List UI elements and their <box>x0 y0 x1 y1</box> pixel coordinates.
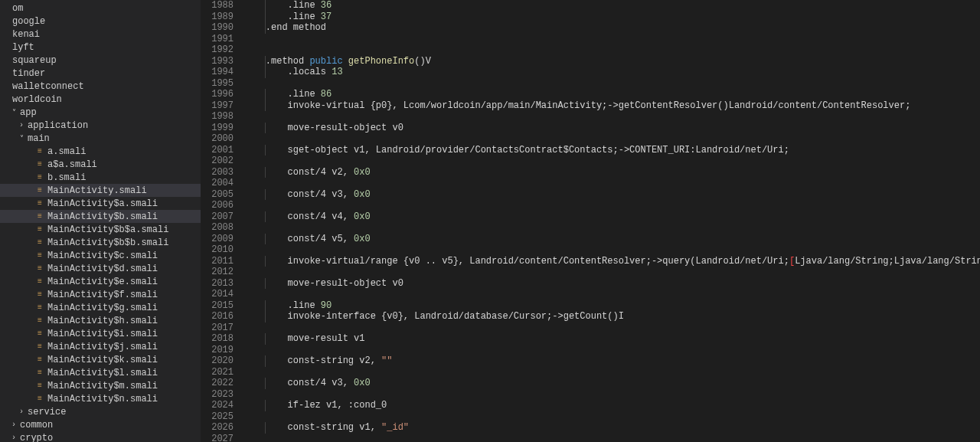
code-content[interactable]: .line 36 .line 37 .end method .method pu… <box>243 0 980 442</box>
file-tree-item[interactable]: ≡MainActivity$j.smali <box>0 340 201 353</box>
line-number: 1989 <box>201 11 234 23</box>
code-line[interactable] <box>243 367 980 378</box>
folder-tree-item[interactable]: ›crypto <box>0 431 201 442</box>
code-line[interactable]: invoke-virtual/range {v0 .. v5}, Landroi… <box>243 256 980 267</box>
code-line[interactable]: move-result-object v0 <box>243 278 980 290</box>
file-tree-item[interactable]: ≡MainActivity$f.smali <box>0 288 201 301</box>
code-line[interactable] <box>243 244 980 256</box>
line-number: 1988 <box>201 0 234 11</box>
file-icon: ≡ <box>35 173 44 182</box>
folder-tree-item[interactable]: ›common <box>0 418 201 431</box>
folder-tree-item[interactable]: walletconnect <box>0 80 201 93</box>
line-number: 2000 <box>201 133 234 145</box>
code-line[interactable]: move-result v1 <box>243 333 980 345</box>
folder-tree-item[interactable]: ›service <box>0 405 201 418</box>
code-line[interactable]: const-string v2, "" <box>243 355 980 367</box>
code-line[interactable] <box>243 200 980 211</box>
file-tree-item[interactable]: ≡MainActivity$n.smali <box>0 392 201 405</box>
line-number: 1995 <box>201 78 234 90</box>
file-tree-item[interactable]: ≡MainActivity$b$b.smali <box>0 236 201 249</box>
code-line[interactable] <box>243 156 980 167</box>
code-line[interactable]: .method public getPhoneInfo()V <box>243 56 980 67</box>
code-line[interactable]: const-string v1, "_id" <box>243 422 980 434</box>
code-line[interactable] <box>243 178 980 189</box>
file-tree-item[interactable]: ≡MainActivity$h.smali <box>0 314 201 327</box>
folder-tree-item[interactable]: ˅main <box>0 132 201 145</box>
code-line[interactable] <box>243 133 980 145</box>
code-token: 36 <box>321 0 332 11</box>
code-line[interactable] <box>243 44 980 56</box>
file-tree-item[interactable]: ≡MainActivity$l.smali <box>0 366 201 379</box>
code-line[interactable] <box>243 322 980 334</box>
code-line[interactable]: const/4 v5, 0x0 <box>243 234 980 245</box>
file-tree-item[interactable]: ≡MainActivity$b.smali <box>0 210 201 223</box>
code-line[interactable]: .line 90 <box>243 300 980 312</box>
code-line[interactable] <box>243 111 980 123</box>
chevron-right-icon[interactable]: › <box>9 434 18 442</box>
folder-tree-item[interactable]: lyft <box>0 41 201 54</box>
tree-item-label: MainActivity$b$b.smali <box>47 237 168 248</box>
folder-tree-item[interactable]: kenai <box>0 28 201 41</box>
file-tree-item[interactable]: ≡a$a.smali <box>0 158 201 171</box>
code-line[interactable]: invoke-virtual {p0}, Lcom/worldcoin/app/… <box>243 100 980 112</box>
chevron-down-icon[interactable]: ˅ <box>9 108 18 117</box>
code-editor[interactable]: 1988198919901991199219931994199519961997… <box>201 0 980 442</box>
code-token: invoke-virtual/range {v0 .. v5}, Landroi… <box>266 256 789 267</box>
code-line[interactable] <box>243 289 980 300</box>
code-token: 0x0 <box>354 234 371 245</box>
code-token: .line <box>266 0 321 11</box>
folder-tree-item[interactable]: google <box>0 15 201 28</box>
code-line[interactable]: const/4 v3, 0x0 <box>243 378 980 389</box>
code-line[interactable]: .line 37 <box>243 11 980 23</box>
code-line[interactable] <box>243 267 980 278</box>
file-explorer-sidebar[interactable]: omgooglekenailyftsquareuptinderwalletcon… <box>0 0 201 442</box>
file-tree-item[interactable]: ≡MainActivity$c.smali <box>0 249 201 262</box>
file-tree-item[interactable]: ≡a.smali <box>0 145 201 158</box>
code-line[interactable]: const/4 v3, 0x0 <box>243 189 980 201</box>
file-tree-item[interactable]: ≡MainActivity$b$a.smali <box>0 223 201 236</box>
file-tree-item[interactable]: ≡MainActivity$e.smali <box>0 275 201 288</box>
code-line[interactable]: .end method <box>243 22 980 34</box>
code-line[interactable] <box>243 222 980 234</box>
code-line[interactable]: .line 36 <box>243 0 980 11</box>
file-tree-item[interactable]: ≡MainActivity$k.smali <box>0 353 201 366</box>
folder-tree-item[interactable]: om <box>0 2 201 15</box>
folder-tree-item[interactable]: worldcoin <box>0 93 201 106</box>
folder-tree-item[interactable]: ›application <box>0 119 201 132</box>
code-line[interactable]: invoke-interface {v0}, Landroid/database… <box>243 311 980 322</box>
code-line[interactable]: sget-object v1, Landroid/provider/Contac… <box>243 145 980 156</box>
line-number: 2017 <box>201 322 234 334</box>
code-line[interactable]: const/4 v2, 0x0 <box>243 167 980 178</box>
tree-item-label: main <box>28 133 50 144</box>
code-line[interactable] <box>243 411 980 423</box>
code-line[interactable]: move-result-object v0 <box>243 123 980 134</box>
code-line[interactable]: if-lez v1, :cond_0 <box>243 400 980 411</box>
file-tree-item[interactable]: ≡MainActivity$i.smali <box>0 327 201 340</box>
chevron-right-icon[interactable]: › <box>9 421 18 429</box>
file-tree-item[interactable]: ≡MainActivity.smali <box>0 184 201 197</box>
chevron-right-icon[interactable]: › <box>17 121 26 129</box>
tree-item-label: google <box>12 16 45 27</box>
file-tree-item[interactable]: ≡MainActivity$a.smali <box>0 197 201 210</box>
chevron-down-icon[interactable]: ˅ <box>17 134 26 143</box>
code-line[interactable] <box>243 434 980 443</box>
code-line[interactable] <box>243 345 980 356</box>
file-icon: ≡ <box>35 303 44 312</box>
code-line[interactable]: const/4 v4, 0x0 <box>243 211 980 223</box>
code-line[interactable]: .line 86 <box>243 89 980 100</box>
chevron-right-icon[interactable]: › <box>17 408 26 416</box>
code-line[interactable] <box>243 34 980 45</box>
folder-tree-item[interactable]: squareup <box>0 54 201 67</box>
file-tree-item[interactable]: ≡MainActivity$d.smali <box>0 262 201 275</box>
code-token: 86 <box>321 89 332 100</box>
file-icon: ≡ <box>35 277 44 286</box>
file-tree-item[interactable]: ≡b.smali <box>0 171 201 184</box>
folder-tree-item[interactable]: ˅app <box>0 106 201 119</box>
file-tree-item[interactable]: ≡MainActivity$g.smali <box>0 301 201 314</box>
code-line[interactable] <box>243 78 980 90</box>
code-token: 13 <box>332 67 342 78</box>
file-tree-item[interactable]: ≡MainActivity$m.smali <box>0 379 201 392</box>
code-line[interactable] <box>243 389 980 401</box>
code-line[interactable]: .locals 13 <box>243 67 980 78</box>
folder-tree-item[interactable]: tinder <box>0 67 201 80</box>
